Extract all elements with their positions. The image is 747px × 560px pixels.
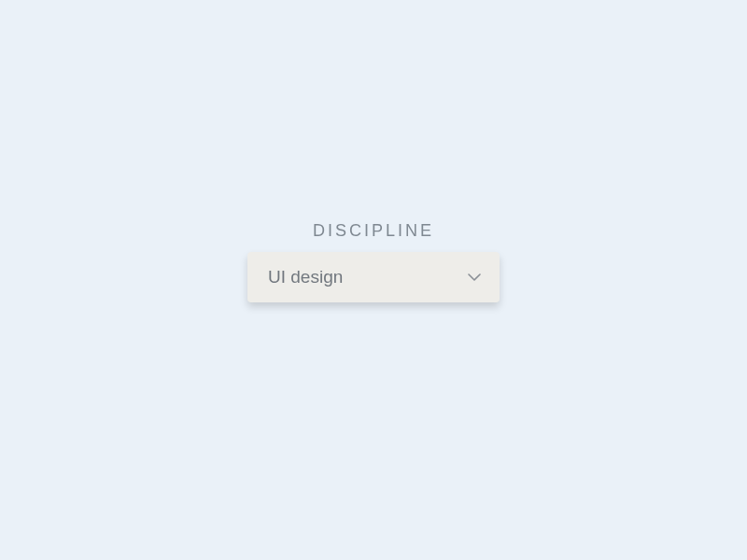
discipline-dropdown[interactable]: UI design bbox=[247, 252, 500, 302]
dropdown-selected-value: UI design bbox=[268, 267, 343, 287]
discipline-field: DISCIPLINE UI design bbox=[247, 221, 500, 302]
discipline-label: DISCIPLINE bbox=[313, 221, 434, 241]
chevron-down-icon bbox=[468, 271, 481, 284]
